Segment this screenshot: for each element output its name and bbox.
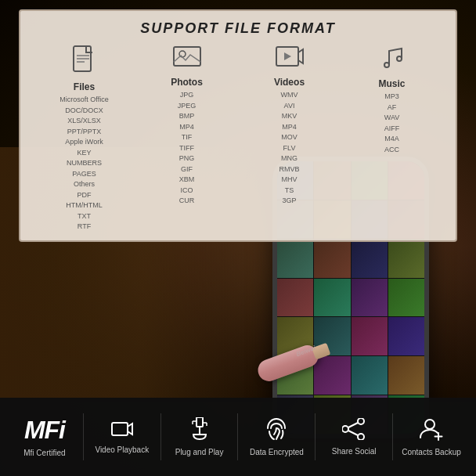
- svg-point-19: [358, 434, 364, 440]
- svg-point-18: [342, 426, 348, 432]
- photos-items: JPGJPEGBMPMP4TIFTIFFPNGGIFXBMICOCUR: [178, 90, 197, 207]
- music-items: MP3AFWAVAIFFM4AACC: [384, 92, 400, 155]
- category-videos: Videos WMVAVIMKVMP4MOVFLVMNGRMVBMHVTS3GP: [251, 45, 329, 207]
- contacts-label: Contacts Backup: [402, 447, 461, 457]
- svg-rect-4: [174, 47, 200, 66]
- video-label: Video Playback: [95, 445, 149, 455]
- feature-encrypt: Data Encrypted: [241, 417, 312, 457]
- feature-mfi: MFi Mfi Certified: [9, 416, 80, 458]
- music-icon: [380, 45, 405, 75]
- support-title: SUPPORT FILE FORMAT: [33, 20, 443, 37]
- category-music: Music MP3AFWAVAIFFM4AACC: [353, 45, 431, 155]
- svg-point-9: [397, 56, 402, 61]
- top-banner: SUPPORT FILE FORMAT Files: [0, 0, 476, 251]
- photo-15: [352, 279, 388, 317]
- feature-plug: Plug and Play: [164, 417, 235, 457]
- main-container: SUPPORT FILE FORMAT Files: [0, 0, 476, 476]
- photo-19: [352, 317, 388, 355]
- photo-13: [277, 279, 313, 317]
- svg-marker-7: [284, 52, 291, 60]
- divider-5: [392, 413, 393, 460]
- share-label: Share Social: [332, 446, 377, 456]
- photo-14: [314, 279, 350, 317]
- svg-line-21: [348, 431, 358, 435]
- files-icon: [72, 45, 97, 78]
- photos-icon: [173, 45, 201, 74]
- divider-4: [315, 413, 316, 460]
- svg-rect-11: [197, 417, 203, 427]
- encrypt-label: Data Encrypted: [250, 447, 304, 457]
- camera-icon: [111, 420, 133, 442]
- svg-line-20: [348, 423, 358, 427]
- videos-icon: [276, 45, 304, 74]
- files-title: Files: [74, 81, 95, 92]
- category-files: Files Microsoft OfficeDOC/DOCXXLS/XLSXPP…: [45, 45, 124, 233]
- divider-3: [237, 413, 238, 460]
- person-add-icon: [420, 417, 443, 444]
- svg-point-8: [384, 63, 389, 67]
- photos-title: Photos: [171, 77, 203, 88]
- bottom-bar: MFi Mfi Certified Video Playback: [0, 398, 476, 476]
- feature-video: Video Playback: [87, 420, 157, 455]
- svg-rect-10: [112, 423, 128, 435]
- photo-16: [388, 279, 424, 317]
- photo-20: [388, 317, 424, 355]
- photo-23: [352, 356, 388, 395]
- divider-2: [160, 413, 161, 460]
- photo-22: [314, 356, 350, 395]
- fingerprint-icon: [265, 417, 287, 444]
- svg-point-22: [425, 420, 435, 429]
- feature-contacts: Contacts Backup: [396, 417, 467, 457]
- videos-title: Videos: [274, 77, 305, 88]
- mfi-icon: MFi: [24, 416, 65, 445]
- music-title: Music: [378, 78, 405, 89]
- videos-items: WMVAVIMKVMP4MOVFLVMNGRMVBMHVTS3GP: [279, 90, 299, 207]
- category-photos: Photos JPGJPEGBMPMP4TIFTIFFPNGGIFXBMICOC…: [148, 45, 226, 207]
- file-categories: Files Microsoft OfficeDOC/DOCXXLS/XLSXPP…: [33, 45, 443, 233]
- mfi-label: Mfi Certified: [23, 448, 65, 458]
- svg-point-17: [358, 418, 364, 424]
- plug-label: Plug and Play: [175, 447, 224, 457]
- divider-1: [83, 413, 84, 460]
- files-items: Microsoft OfficeDOC/DOCXXLS/XLSXPPT/PPTX…: [60, 95, 108, 233]
- share-icon: [342, 418, 366, 443]
- feature-share: Share Social: [319, 418, 389, 456]
- usb-drive: [257, 352, 319, 374]
- usb-icon: [190, 417, 209, 444]
- support-box: SUPPORT FILE FORMAT Files: [19, 9, 457, 242]
- photo-24: [388, 356, 424, 395]
